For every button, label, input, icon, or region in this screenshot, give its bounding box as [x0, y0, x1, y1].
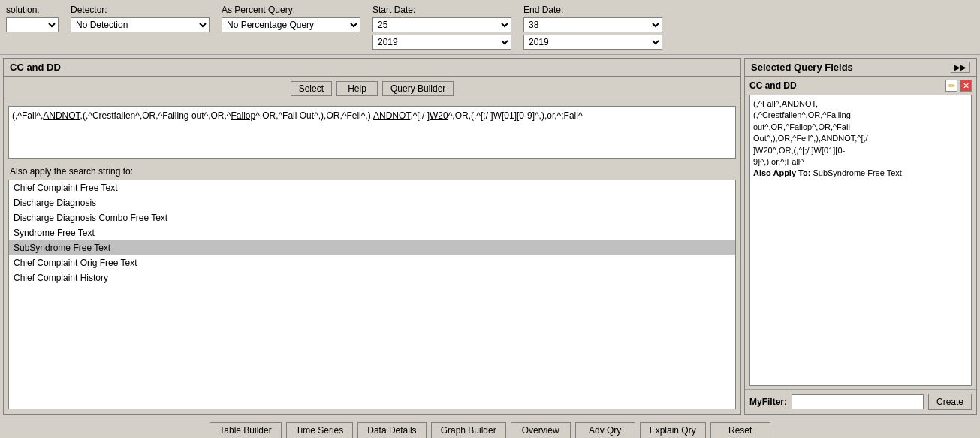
- date-section: Start Date: 25 2019 End Date: 38 2019: [372, 5, 662, 50]
- right-panel: Selected Query Fields ▶▶ CC and DD ✏ ✕ (…: [744, 58, 977, 415]
- list-item-selected[interactable]: SubSyndrome Free Text: [9, 240, 735, 255]
- overview-button[interactable]: Overview: [511, 422, 571, 438]
- graph-builder-button[interactable]: Graph Builder: [431, 422, 506, 438]
- left-panel-header: CC and DD: [4, 59, 740, 77]
- end-date-day-select[interactable]: 38: [523, 17, 662, 32]
- percent-group: As Percent Query: No Percentage Query: [222, 5, 360, 32]
- right-panel-icons: ✏ ✕: [945, 80, 972, 92]
- right-panel-title-row: CC and DD ✏ ✕: [745, 77, 976, 92]
- end-date-year-select[interactable]: 2019: [523, 35, 662, 50]
- right-panel-header-title: Selected Query Fields: [751, 62, 853, 73]
- list-item[interactable]: Discharge Diagnosis: [9, 195, 735, 210]
- delete-icon[interactable]: ✕: [960, 80, 972, 92]
- help-button[interactable]: Help: [336, 81, 378, 96]
- time-series-button[interactable]: Time Series: [286, 422, 354, 438]
- explain-qry-button[interactable]: Explain Qry: [640, 422, 706, 438]
- end-date-label: End Date:: [523, 5, 662, 15]
- list-item[interactable]: Chief Complaint History: [9, 270, 735, 285]
- also-apply-to-value: SubSyndrome Free Text: [813, 168, 901, 177]
- query-text-display: (,^Fall^,ANDNOT,(,^Crestfallen^,OR,^Fall…: [8, 106, 736, 159]
- right-panel-item-title: CC and DD: [749, 80, 797, 91]
- solution-select[interactable]: [6, 17, 59, 32]
- edit-icon[interactable]: ✏: [945, 80, 957, 92]
- end-date-group: End Date: 38 2019: [523, 5, 662, 50]
- start-date-year-select[interactable]: 2019: [372, 35, 511, 50]
- percent-label: As Percent Query:: [222, 5, 360, 15]
- myfilter-label: MyFilter:: [749, 397, 787, 407]
- list-item[interactable]: Chief Complaint Orig Free Text: [9, 255, 735, 270]
- toolbar-row: Select Help Query Builder: [4, 77, 740, 101]
- list-item[interactable]: Chief Complaint Free Text: [9, 180, 735, 195]
- myfilter-input[interactable]: [792, 394, 924, 409]
- create-button[interactable]: Create: [928, 394, 972, 410]
- bottom-buttons: Table Builder Time Series Data Details G…: [0, 418, 980, 438]
- select-button[interactable]: Select: [291, 81, 332, 96]
- table-builder-button[interactable]: Table Builder: [210, 422, 281, 438]
- solution-group: solution:: [6, 5, 59, 32]
- start-date-group: Start Date: 25 2019: [372, 5, 511, 50]
- list-container[interactable]: Chief Complaint Free Text Discharge Diag…: [8, 180, 736, 409]
- myfilter-row: MyFilter: Create: [745, 389, 976, 414]
- right-panel-query-text: (,^Fall^,ANDNOT, (,^Crestfallen^,OR,^Fal…: [753, 99, 868, 166]
- reset-button[interactable]: Reset: [710, 422, 770, 438]
- left-panel: CC and DD Select Help Query Builder (,^F…: [3, 58, 741, 415]
- also-apply-to-label: Also Apply To:: [753, 168, 810, 177]
- start-date-day-select[interactable]: 25: [372, 17, 511, 32]
- detector-group: Detector: No Detection: [71, 5, 210, 32]
- start-date-label: Start Date:: [372, 5, 511, 15]
- query-builder-button[interactable]: Query Builder: [382, 81, 454, 96]
- list-item[interactable]: Discharge Diagnosis Combo Free Text: [9, 210, 735, 225]
- detector-select[interactable]: No Detection: [71, 17, 210, 32]
- list-item[interactable]: Syndrome Free Text: [9, 225, 735, 240]
- top-bar: solution: Detector: No Detection As Perc…: [0, 0, 980, 55]
- data-details-button[interactable]: Data Details: [357, 422, 426, 438]
- right-panel-content: (,^Fall^,ANDNOT, (,^Crestfallen^,OR,^Fal…: [749, 95, 972, 386]
- percent-select[interactable]: No Percentage Query: [222, 17, 360, 32]
- detector-label: Detector:: [71, 5, 210, 15]
- adv-qry-button[interactable]: Adv Qry: [575, 422, 635, 438]
- solution-label: solution:: [6, 5, 59, 15]
- right-panel-header: Selected Query Fields ▶▶: [745, 59, 976, 77]
- main-content: CC and DD Select Help Query Builder (,^F…: [0, 55, 980, 418]
- expand-button[interactable]: ▶▶: [951, 62, 970, 73]
- left-panel-title: CC and DD: [10, 62, 61, 73]
- also-apply-label: Also apply the search string to:: [4, 163, 740, 180]
